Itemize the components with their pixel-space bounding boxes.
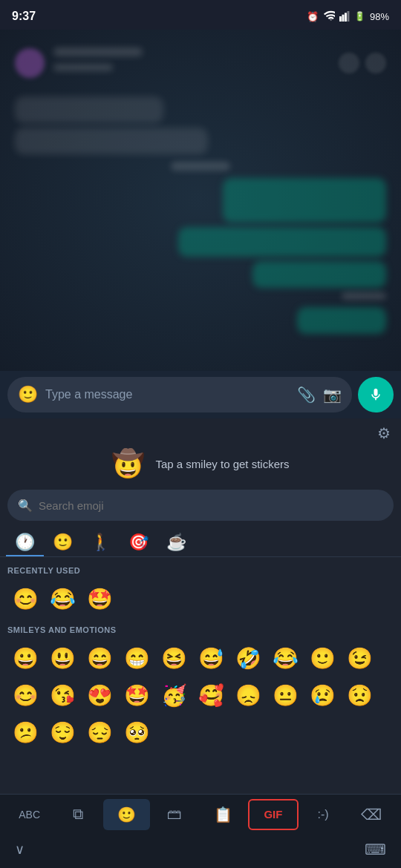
emoji-cell[interactable]: 😃 xyxy=(45,640,80,676)
tab-activities[interactable]: 🎯 xyxy=(120,528,157,556)
emoji-cell[interactable]: 😊 xyxy=(7,677,43,713)
collapse-keyboard-icon[interactable]: ∨ xyxy=(15,841,25,858)
chat-area xyxy=(0,30,401,371)
tab-recent[interactable]: 🕐 xyxy=(6,528,44,556)
emoji-cell[interactable]: 🥺 xyxy=(119,714,154,750)
people-tab-icon: 🚶 xyxy=(91,533,111,552)
category-tabs: 🕐 🙂 🚶 🎯 ☕ xyxy=(0,528,401,557)
emoji-cell[interactable]: 😉 xyxy=(342,640,377,676)
svg-rect-2 xyxy=(345,13,347,22)
wifi-icon xyxy=(323,10,335,22)
message-input-bar: 🙂 Type a message 📎 📷 xyxy=(0,371,401,418)
emoji-cell[interactable]: 🥰 xyxy=(193,677,229,713)
recent-emoji-grid: 😊 😂 🤩 xyxy=(7,581,394,617)
sticker-banner-text: Tap a smiley to get stickers xyxy=(155,458,289,470)
alarm-icon: ⏰ xyxy=(307,11,319,22)
switch-keyboard-icon[interactable]: ⌨ xyxy=(365,841,386,858)
emoji-cell[interactable]: 😅 xyxy=(193,640,229,676)
mic-icon xyxy=(368,387,383,402)
mic-button[interactable] xyxy=(358,377,394,412)
emoji-keyboard-icon: 🙂 xyxy=(117,806,136,823)
sticker-button[interactable]: 🗃 xyxy=(151,799,198,830)
svg-rect-0 xyxy=(339,16,342,22)
tab-smiley[interactable]: 🙂 xyxy=(44,528,82,556)
memo-button[interactable]: 📋 xyxy=(200,799,247,830)
sticker-mascot-icon: 🤠 xyxy=(111,448,145,479)
status-bar: 9:37 ⏰ 🔋 98% xyxy=(0,0,401,30)
keyboard-toolbar: ABC ⧉ 🙂 🗃 📋 GIF :-) ⌫ xyxy=(0,794,401,834)
emoji-cell[interactable]: 😂 xyxy=(45,581,80,617)
sticker-button-icon: 🗃 xyxy=(167,806,182,823)
emoji-cell[interactable]: 🤩 xyxy=(82,581,117,617)
recently-used-label: RECENTLY USED xyxy=(7,566,394,575)
emoji-search-bar[interactable]: 🔍 xyxy=(7,490,394,521)
backspace-button[interactable]: ⌫ xyxy=(348,799,395,830)
emoji-cell[interactable]: 😌 xyxy=(45,714,80,750)
search-emoji-input[interactable] xyxy=(39,499,383,512)
status-time: 9:37 xyxy=(12,10,36,23)
message-placeholder: Type a message xyxy=(45,388,290,401)
emoji-toggle-button[interactable]: 🙂 xyxy=(18,385,38,404)
emoji-section: RECENTLY USED 😊 😂 🤩 SMILEYS AND EMOTIONS… xyxy=(0,557,401,794)
emoticon-button[interactable]: :-) xyxy=(300,799,347,830)
message-input-container[interactable]: 🙂 Type a message 📎 📷 xyxy=(7,377,352,412)
emoticon-label: :-) xyxy=(318,808,329,821)
emoji-cell[interactable]: 😁 xyxy=(119,640,154,676)
emoji-keyboard-button[interactable]: 🙂 xyxy=(103,799,150,830)
svg-rect-3 xyxy=(347,11,349,22)
emoji-cell[interactable]: 😀 xyxy=(7,640,43,676)
emoji-cell[interactable]: 😍 xyxy=(82,677,117,713)
abc-label: ABC xyxy=(19,809,40,821)
sticker-banner: 🤠 Tap a smiley to get stickers xyxy=(0,442,401,490)
emoji-cell[interactable]: 😢 xyxy=(304,677,340,713)
bottom-nav: ∨ ⌨ xyxy=(0,834,401,868)
emoji-cell[interactable]: 😔 xyxy=(82,714,117,750)
emoji-cell[interactable]: 🙂 xyxy=(304,640,340,676)
emoji-cell[interactable]: 🤣 xyxy=(230,640,266,676)
abc-button[interactable]: ABC xyxy=(6,799,53,830)
emoji-cell[interactable]: 🥳 xyxy=(156,677,192,713)
smileys-label: SMILEYS AND EMOTIONS xyxy=(7,625,394,634)
search-icon: 🔍 xyxy=(18,499,33,513)
emoji-cell[interactable]: 😄 xyxy=(82,640,117,676)
search-bar-container: 🔍 xyxy=(0,490,401,528)
smileys-emoji-grid: 😀 😃 😄 😁 😆 😅 🤣 😂 🙂 😉 😊 😘 😍 🤩 🥳 🥰 😞 😐 😢 😟 … xyxy=(7,640,394,750)
smiley-tab-icon: 🙂 xyxy=(53,533,73,552)
activities-tab-icon: 🎯 xyxy=(128,533,149,552)
signal-icon xyxy=(339,10,350,22)
emoji-keyboard: ⚙ 🤠 Tap a smiley to get stickers 🔍 🕐 🙂 🚶… xyxy=(0,418,401,868)
keyboard-top-bar: ⚙ xyxy=(0,418,401,442)
battery-icon: 🔋 xyxy=(354,11,365,22)
chat-messages xyxy=(0,30,401,371)
emoji-cell[interactable]: 😐 xyxy=(267,677,303,713)
svg-rect-1 xyxy=(342,15,344,22)
attachment-icon[interactable]: 📎 xyxy=(297,386,316,404)
emoji-cell[interactable]: 🤩 xyxy=(119,677,154,713)
gif-label: GIF xyxy=(264,808,282,821)
battery-percent: 98% xyxy=(370,11,389,22)
backspace-icon: ⌫ xyxy=(361,806,382,823)
emoji-cell[interactable]: 😆 xyxy=(156,640,192,676)
memo-icon: 📋 xyxy=(214,806,232,823)
clipboard-button[interactable]: ⧉ xyxy=(54,799,101,830)
tab-food[interactable]: ☕ xyxy=(157,528,195,556)
emoji-cell[interactable]: 😕 xyxy=(7,714,43,750)
emoji-cell[interactable]: 😂 xyxy=(267,640,303,676)
keyboard-settings-icon[interactable]: ⚙ xyxy=(377,424,391,442)
gif-button[interactable]: GIF xyxy=(248,799,298,830)
clipboard-icon: ⧉ xyxy=(73,806,83,823)
emoji-cell[interactable]: 😘 xyxy=(45,677,80,713)
status-icons: ⏰ 🔋 98% xyxy=(307,10,389,22)
tab-people[interactable]: 🚶 xyxy=(82,528,120,556)
recent-tab-icon: 🕐 xyxy=(15,533,35,552)
emoji-cell[interactable]: 😞 xyxy=(230,677,266,713)
emoji-cell[interactable]: 😊 xyxy=(7,581,43,617)
food-tab-icon: ☕ xyxy=(166,533,186,552)
camera-icon[interactable]: 📷 xyxy=(323,386,342,404)
emoji-cell[interactable]: 😟 xyxy=(342,677,377,713)
